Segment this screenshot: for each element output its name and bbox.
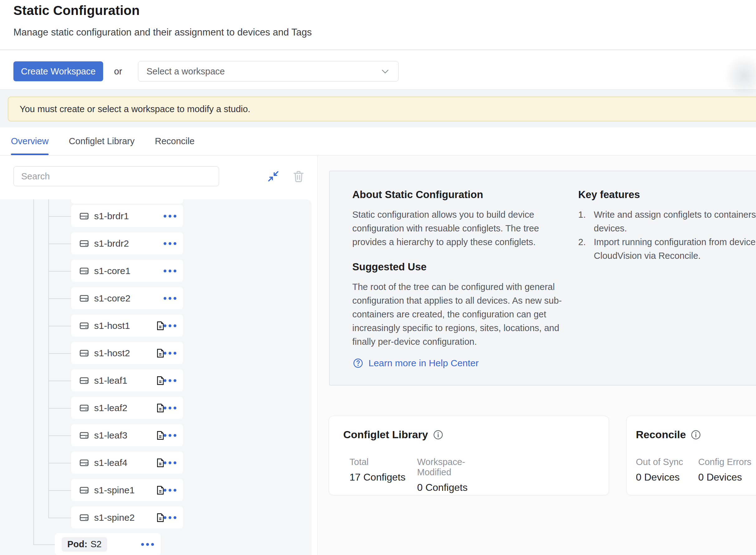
tree-row-device[interactable]: s1-leaf2 — [71, 397, 183, 419]
about-panel: About Static Configuration Static config… — [329, 171, 756, 386]
stat-label: Out of Sync — [636, 457, 698, 467]
key-feature-number: 1. — [579, 208, 594, 235]
collapse-tree-button[interactable] — [265, 168, 281, 184]
device-icon — [79, 485, 90, 496]
suggested-use-body: The root of the tree can be configured w… — [352, 280, 570, 348]
device-icon — [79, 375, 90, 386]
device-icon — [79, 348, 90, 358]
tree-panel: s1-brdr1 s1-brdr2 — [0, 156, 318, 555]
key-features-title: Key features — [579, 189, 640, 201]
row-menu-button[interactable] — [164, 379, 176, 382]
question-circle-icon — [352, 357, 364, 369]
workspace-select-placeholder: Select a workspace — [147, 66, 225, 77]
tab-reconcile[interactable]: Reconcile — [155, 127, 194, 155]
configlet-library-card-title: Configlet Library — [344, 429, 444, 441]
row-menu-button[interactable] — [164, 324, 176, 327]
stat-value: 0 Devices — [698, 472, 756, 483]
device-icon — [79, 321, 90, 331]
tree-row-device[interactable]: s1-core1 — [71, 260, 183, 282]
chevron-down-icon — [380, 66, 390, 76]
workspace-select[interactable]: Select a workspace — [138, 61, 399, 82]
device-icon — [79, 512, 90, 523]
stat-block: Config Errors 0 Devices — [698, 457, 756, 483]
tree-connector-root — [33, 199, 34, 544]
tree-row-device[interactable]: s1-core2 — [71, 287, 183, 309]
row-menu-button[interactable] — [164, 297, 176, 300]
key-features-list: 1. Write and assign configlets to contai… — [579, 208, 756, 263]
workspace-bar: Create Workspace or Select a workspace — [0, 50, 756, 89]
about-title: About Static Configuration — [352, 189, 483, 201]
tree-connector-devices — [48, 199, 49, 518]
device-name: s1-core2 — [94, 293, 130, 304]
device-name: s1-brdr1 — [94, 211, 129, 221]
static-configuration-page: Static Configuration Manage static confi… — [0, 0, 756, 555]
pod-chip-value: S2 — [90, 539, 101, 549]
row-menu-button[interactable] — [164, 407, 176, 409]
page-title: Static Configuration — [13, 3, 140, 18]
stat-value: 0 Configets — [417, 482, 485, 493]
pod-chip-key: Pod: — [67, 539, 87, 549]
search-input[interactable] — [13, 166, 219, 186]
tree-row-device[interactable]: s1-brdr2 — [71, 232, 183, 254]
key-feature-item: 2. Import running configuration from dev… — [579, 235, 756, 263]
help-center-link-label: Learn more in Help Center — [369, 358, 479, 369]
warning-banner: You must create or select a workspace to… — [8, 96, 756, 122]
tabs-bar: Overview Configlet Library Reconcile — [0, 127, 756, 156]
info-icon[interactable] — [433, 429, 444, 440]
tree-row-device[interactable]: s1-brdr1 — [71, 205, 183, 227]
key-feature-text: Write and assign configlets to container… — [594, 208, 756, 235]
row-menu-button[interactable] — [141, 543, 154, 546]
tree-row-device[interactable]: s1-host1 — [71, 314, 183, 337]
configlet-library-card: Configlet Library Total 17 Configets Wor… — [329, 416, 609, 495]
reconcile-card-title: Reconcile — [636, 429, 702, 441]
row-menu-button[interactable] — [164, 269, 176, 272]
row-menu-button[interactable] — [164, 352, 176, 354]
device-name: s1-host2 — [94, 348, 130, 358]
tree-row-partial[interactable] — [71, 199, 183, 204]
row-menu-button[interactable] — [164, 215, 176, 217]
tab-configlet-library[interactable]: Configlet Library — [69, 127, 134, 155]
tree-row-device[interactable]: s1-spine1 — [71, 479, 183, 501]
warning-banner-text: You must create or select a workspace to… — [19, 104, 250, 114]
stat-label: Workspace-Modified — [417, 457, 485, 477]
create-workspace-button[interactable]: Create Workspace — [13, 61, 103, 81]
tree-row-device[interactable]: s1-spine2 — [71, 506, 183, 528]
trash-icon — [291, 169, 306, 183]
device-name: s1-leaf3 — [94, 430, 127, 441]
key-feature-text: Import running configuration from device… — [594, 235, 756, 263]
help-center-link[interactable]: Learn more in Help Center — [352, 357, 479, 369]
device-name: s1-spine1 — [94, 485, 134, 496]
device-name: s1-leaf2 — [94, 403, 127, 413]
stat-value: 17 Configets — [350, 472, 417, 483]
row-menu-button[interactable] — [164, 461, 176, 464]
stat-block: Out of Sync 0 Devices — [636, 457, 698, 483]
device-tree: s1-brdr1 s1-brdr2 — [0, 199, 312, 555]
delete-node-button[interactable] — [290, 168, 307, 184]
tree-row-device[interactable]: s1-leaf4 — [71, 452, 183, 474]
device-icon — [79, 403, 90, 413]
tree-row-device[interactable]: s1-leaf1 — [71, 369, 183, 391]
pod-chip: Pod: S2 — [62, 537, 107, 552]
tree-row-device[interactable]: s1-host2 — [71, 342, 183, 364]
stat-block: Workspace-Modified 0 Configets — [417, 457, 485, 493]
row-menu-button[interactable] — [164, 434, 176, 437]
tab-overview[interactable]: Overview — [11, 127, 49, 155]
banner-band: You must create or select a workspace to… — [0, 90, 756, 127]
page-header: Static Configuration Manage static confi… — [0, 0, 756, 49]
device-icon — [79, 266, 90, 276]
stat-label: Config Errors — [698, 457, 756, 467]
row-menu-button[interactable] — [164, 516, 176, 519]
device-name: s1-brdr2 — [94, 238, 129, 249]
tree-row-device[interactable]: s1-leaf3 — [71, 424, 183, 446]
row-menu-button[interactable] — [164, 489, 176, 492]
info-icon[interactable] — [690, 429, 702, 440]
stat-value: 0 Devices — [636, 472, 698, 483]
page-subtitle: Manage static configuration and their as… — [13, 27, 312, 38]
row-menu-button[interactable] — [164, 242, 176, 245]
device-name: s1-spine2 — [94, 512, 134, 523]
tree-row-pod[interactable]: Pod: S2 — [55, 533, 161, 555]
device-name: s1-leaf4 — [94, 458, 127, 468]
device-icon — [79, 211, 90, 221]
overview-pane: About Static Configuration Static config… — [318, 156, 756, 555]
device-name: s1-host1 — [94, 321, 130, 331]
